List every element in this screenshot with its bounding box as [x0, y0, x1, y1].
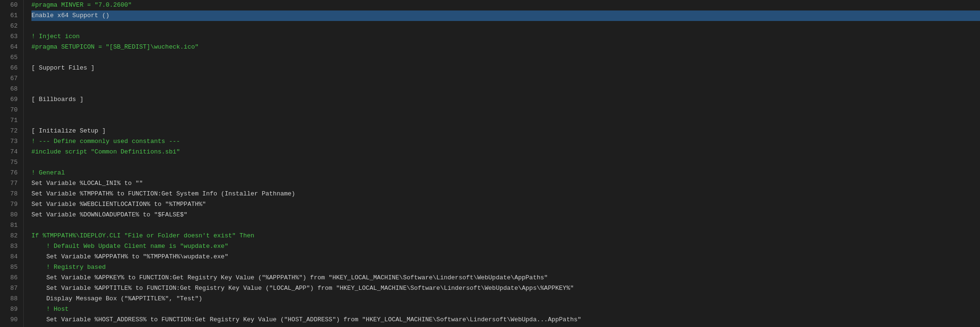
code-line-65 — [31, 52, 980, 63]
code-line-76: ! General — [31, 168, 980, 178]
code-line-79: Set Variable %WEBCLIENTLOCATION% to "%TM… — [31, 199, 980, 210]
code-line-85: ! Registry based — [31, 262, 980, 273]
code-line-72: [ Initialize Setup ] — [31, 126, 980, 136]
code-editor: 6061626364656667686970717273747576777879… — [0, 0, 980, 327]
line-number-88: 88 — [0, 294, 18, 304]
line-number-83: 83 — [0, 241, 18, 252]
line-number-69: 69 — [0, 94, 18, 105]
code-line-87: Set Variable %APPTITLE% to FUNCTION:Get … — [31, 283, 980, 294]
line-number-74: 74 — [0, 147, 18, 157]
code-line-63: ! Inject icon — [31, 31, 980, 42]
line-numbers: 6061626364656667686970717273747576777879… — [0, 0, 24, 327]
line-number-76: 76 — [0, 168, 18, 178]
line-number-87: 87 — [0, 283, 18, 294]
code-line-64: #pragma SETUPICON = "[SB_REDIST]\wucheck… — [31, 42, 980, 52]
line-number-85: 85 — [0, 262, 18, 273]
code-line-68 — [31, 84, 980, 94]
code-line-69: [ Billboards ] — [31, 94, 980, 105]
line-number-73: 73 — [0, 136, 18, 147]
code-line-62 — [31, 21, 980, 31]
code-line-86: Set Variable %APPKEY% to FUNCTION:Get Re… — [31, 273, 980, 283]
code-line-78: Set Variable %TMPPATH% to FUNCTION:Get S… — [31, 189, 980, 199]
code-line-73: ! --- Define commonly used constants --- — [31, 136, 980, 147]
line-number-65: 65 — [0, 52, 18, 63]
line-number-64: 64 — [0, 42, 18, 52]
code-line-70 — [31, 105, 980, 115]
line-number-62: 62 — [0, 21, 18, 31]
code-line-67 — [31, 73, 980, 84]
code-line-61: Enable x64 Support () — [31, 10, 980, 21]
line-number-81: 81 — [0, 220, 18, 231]
code-content[interactable]: #pragma MINVER = "7.0.2600"Enable x64 Su… — [24, 0, 980, 327]
line-number-75: 75 — [0, 157, 18, 168]
line-number-78: 78 — [0, 189, 18, 199]
code-line-90: Set Variable %HOST_ADDRESS% to FUNCTION:… — [31, 315, 980, 325]
code-line-81 — [31, 220, 980, 231]
line-number-86: 86 — [0, 273, 18, 283]
line-number-67: 67 — [0, 73, 18, 84]
line-number-61: 61 — [0, 10, 18, 21]
line-number-70: 70 — [0, 105, 18, 115]
line-number-90: 90 — [0, 315, 18, 325]
line-number-66: 66 — [0, 63, 18, 73]
code-line-80: Set Variable %DOWNLOADUPDATE% to "$FALSE… — [31, 210, 980, 220]
code-line-71 — [31, 115, 980, 126]
line-number-82: 82 — [0, 231, 18, 241]
code-line-74: #include script "Common Definitions.sbi" — [31, 147, 980, 157]
line-number-89: 89 — [0, 304, 18, 315]
code-line-84: Set Variable %APPPATH% to "%TMPPATH%\wup… — [31, 252, 980, 262]
line-number-63: 63 — [0, 31, 18, 42]
code-line-88: Display Message Box ("%APPTITLE%", "Test… — [31, 294, 980, 304]
line-number-60: 60 — [0, 0, 18, 10]
code-line-89: ! Host — [31, 304, 980, 315]
code-line-77: Set Variable %LOCAL_INI% to "" — [31, 178, 980, 189]
code-line-66: [ Support Files ] — [31, 63, 980, 73]
code-line-83: ! Default Web Update Client name is "wup… — [31, 241, 980, 252]
line-number-77: 77 — [0, 178, 18, 189]
code-line-60: #pragma MINVER = "7.0.2600" — [31, 0, 980, 10]
line-number-84: 84 — [0, 252, 18, 262]
line-number-80: 80 — [0, 210, 18, 220]
line-number-72: 72 — [0, 126, 18, 136]
line-number-68: 68 — [0, 84, 18, 94]
code-line-75 — [31, 157, 980, 168]
line-number-71: 71 — [0, 115, 18, 126]
code-line-82: If %TMPPATH%\IDEPLOY.CLI "File or Folder… — [31, 231, 980, 241]
line-number-79: 79 — [0, 199, 18, 210]
